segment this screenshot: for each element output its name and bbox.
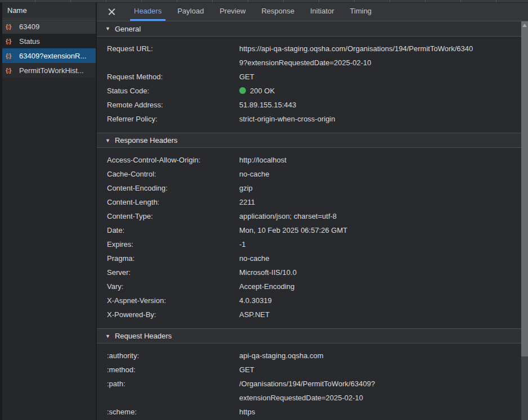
header-row: Cache-Control: no-cache bbox=[97, 167, 521, 181]
details-tab-bar: Headers Payload Preview Response Initiat… bbox=[97, 0, 528, 21]
json-file-icon: {:} bbox=[6, 67, 17, 74]
header-row: Pragma: no-cache bbox=[97, 251, 521, 265]
header-value: strict-origin-when-cross-origin bbox=[239, 112, 521, 126]
tab-timing[interactable]: Timing bbox=[347, 2, 375, 21]
close-icon[interactable] bbox=[106, 3, 118, 20]
header-row: Date: Mon, 10 Feb 2025 06:57:26 GMT bbox=[97, 223, 521, 237]
header-value: /Organisations/194/PermitToWork/63409? e… bbox=[239, 377, 521, 405]
header-value: no-cache bbox=[239, 167, 521, 181]
request-item-label: Status bbox=[19, 37, 40, 46]
header-name: Date: bbox=[97, 223, 239, 237]
json-file-icon: {:} bbox=[6, 23, 17, 30]
header-row: Remote Address: 51.89.155.15:443 bbox=[97, 98, 521, 112]
tab-response[interactable]: Response bbox=[258, 2, 297, 21]
header-name: Request URL: bbox=[97, 42, 239, 70]
header-name: X-Powered-By: bbox=[97, 308, 239, 322]
header-value: 51.89.155.15:443 bbox=[239, 98, 521, 112]
section-header-request-headers[interactable]: ▼ Request Headers bbox=[97, 328, 521, 344]
status-code-text: 200 OK bbox=[250, 87, 275, 95]
header-name: Referrer Policy: bbox=[97, 112, 239, 126]
header-value: 2211 bbox=[239, 195, 521, 209]
header-value: ASP.NET bbox=[239, 308, 521, 322]
header-value: https://api-qa-staging.oqsha.com/Organis… bbox=[239, 42, 521, 70]
header-row: Request URL: https://api-qa-staging.oqsh… bbox=[97, 42, 521, 70]
tab-preview[interactable]: Preview bbox=[217, 2, 248, 21]
header-row: :path: /Organisations/194/PermitToWork/6… bbox=[97, 377, 521, 405]
header-value: Microsoft-IIS/10.0 bbox=[239, 265, 521, 279]
header-name: Cache-Control: bbox=[97, 167, 239, 181]
header-name: Status Code: bbox=[97, 84, 239, 98]
scroll-up-arrow-icon[interactable] bbox=[522, 24, 527, 27]
header-value: 200 OK bbox=[239, 84, 521, 98]
header-value: GET bbox=[239, 70, 521, 84]
request-headers-rows: :authority: api-qa-staging.oqsha.com :me… bbox=[97, 344, 521, 420]
network-request-list: Name {:} 63409 {:} Status {:} 63409?exte… bbox=[2, 0, 96, 420]
section-title: Response Headers bbox=[115, 136, 177, 144]
header-row: Content-Length: 2211 bbox=[97, 195, 521, 209]
header-value: 4.0.30319 bbox=[239, 293, 521, 308]
header-name: Access-Control-Allow-Origin: bbox=[97, 153, 239, 167]
header-row: :authority: api-qa-staging.oqsha.com bbox=[97, 349, 521, 363]
request-item-label: PermitToWorkHist... bbox=[19, 66, 84, 75]
scrollbar-thumb[interactable] bbox=[521, 21, 528, 356]
header-name: Content-Encoding: bbox=[97, 181, 239, 195]
header-name: :scheme: bbox=[97, 405, 239, 419]
header-name: Vary: bbox=[97, 279, 239, 293]
header-row: Access-Control-Allow-Origin: http://loca… bbox=[97, 153, 521, 167]
header-row: Expires: -1 bbox=[97, 237, 521, 251]
header-row: Request Method: GET bbox=[97, 70, 521, 84]
header-row: Vary: Accept-Encoding bbox=[97, 279, 521, 293]
header-name: :authority: bbox=[97, 349, 239, 363]
header-row: Content-Type: application/json; charset=… bbox=[97, 209, 521, 223]
header-row: :method: GET bbox=[97, 363, 521, 377]
headers-content: ▼ General Request URL: https://api-qa-st… bbox=[97, 21, 521, 420]
header-value: Mon, 10 Feb 2025 06:57:26 GMT bbox=[239, 223, 521, 237]
header-value: api-qa-staging.oqsha.com bbox=[239, 349, 521, 363]
section-title: Request Headers bbox=[115, 332, 172, 340]
response-headers-rows: Access-Control-Allow-Origin: http://loca… bbox=[97, 148, 521, 328]
header-value: http://localhost bbox=[239, 153, 521, 167]
tab-initiator[interactable]: Initiator bbox=[307, 2, 337, 21]
header-row: X-Aspnet-Version: 4.0.30319 bbox=[97, 293, 521, 308]
header-row: X-Powered-By: ASP.NET bbox=[97, 308, 521, 322]
section-header-general[interactable]: ▼ General bbox=[97, 21, 521, 37]
window-left-edge bbox=[0, 0, 2, 420]
name-column-header[interactable]: Name bbox=[2, 3, 96, 19]
tab-headers[interactable]: Headers bbox=[131, 2, 164, 21]
network-timeline-strip bbox=[0, 0, 528, 3]
json-file-icon: {:} bbox=[6, 38, 17, 44]
header-name: Content-Length: bbox=[97, 195, 239, 209]
request-details-pane: Headers Payload Preview Response Initiat… bbox=[97, 0, 528, 420]
header-row: :scheme: https bbox=[97, 405, 521, 419]
status-ok-dot bbox=[239, 87, 246, 94]
collapse-triangle-icon: ▼ bbox=[105, 138, 110, 143]
header-row: Status Code: 200 OK bbox=[97, 84, 521, 98]
json-file-icon: {:} bbox=[6, 52, 17, 59]
header-value: no-cache bbox=[239, 251, 521, 265]
header-name: :path: bbox=[97, 377, 239, 405]
collapse-triangle-icon: ▼ bbox=[105, 333, 110, 339]
header-value: application/json; charset=utf-8 bbox=[239, 209, 521, 223]
devtools-network-panel: Name {:} 63409 {:} Status {:} 63409?exte… bbox=[0, 0, 528, 420]
header-value: -1 bbox=[239, 237, 521, 251]
header-row: Content-Encoding: gzip bbox=[97, 181, 521, 195]
request-item-status[interactable]: {:} Status bbox=[2, 34, 96, 48]
header-row: Server: Microsoft-IIS/10.0 bbox=[97, 265, 521, 279]
header-value: gzip bbox=[239, 181, 521, 195]
header-name: Request Method: bbox=[97, 70, 239, 84]
header-name: Pragma: bbox=[97, 251, 239, 265]
vertical-scrollbar[interactable] bbox=[521, 21, 528, 420]
request-item-permittoworkhistory[interactable]: {:} PermitToWorkHist... bbox=[2, 63, 96, 78]
header-name: X-Aspnet-Version: bbox=[97, 293, 239, 308]
request-item-63409[interactable]: {:} 63409 bbox=[2, 19, 96, 34]
header-name: Content-Type: bbox=[97, 209, 239, 223]
header-value: Accept-Encoding bbox=[239, 279, 521, 293]
request-item-label: 63409 bbox=[19, 22, 39, 31]
general-rows: Request URL: https://api-qa-staging.oqsh… bbox=[97, 37, 521, 133]
tab-payload[interactable]: Payload bbox=[174, 2, 207, 21]
collapse-triangle-icon: ▼ bbox=[105, 26, 110, 31]
request-item-63409-extension-selected[interactable]: {:} 63409?extensionR... bbox=[2, 48, 96, 63]
header-name: Server: bbox=[97, 265, 239, 279]
request-item-label: 63409?extensionR... bbox=[19, 52, 86, 60]
section-header-response-headers[interactable]: ▼ Response Headers bbox=[97, 133, 521, 148]
